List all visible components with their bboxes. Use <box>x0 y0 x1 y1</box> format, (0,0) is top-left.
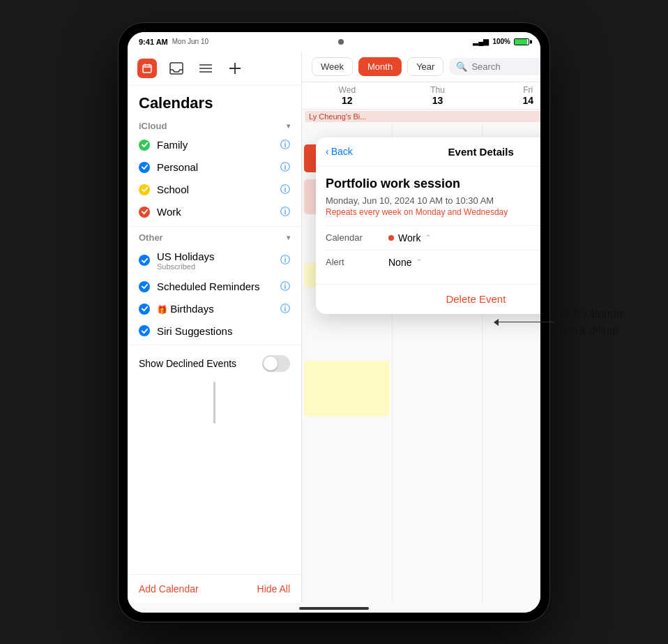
reminders-info-icon[interactable]: ⓘ <box>280 280 290 293</box>
panel-title: Event Details <box>353 146 540 158</box>
other-label: Other <box>139 232 163 243</box>
personal-info-icon[interactable]: ⓘ <box>280 161 290 174</box>
list-icon[interactable] <box>196 59 215 78</box>
icloud-label: iCloud <box>139 121 167 131</box>
delete-event-button[interactable]: Delete Event <box>446 293 506 305</box>
panel-body: Portfolio work session Monday, Jun 10, 2… <box>316 167 540 284</box>
event-time: Monday, Jun 10, 2024 10 AM to 10:30 AM <box>326 195 540 206</box>
alert-detail-row: Alert None ⌃ <box>326 250 540 274</box>
show-declined-label: Show Declined Events <box>139 358 236 369</box>
alert-value: None ⌃ <box>388 257 540 268</box>
calendar-item-school[interactable]: School ⓘ <box>128 179 301 201</box>
work-dot <box>139 207 150 218</box>
calendar-item-us-holidays[interactable]: US Holidays Subscribed ⓘ <box>128 246 301 276</box>
search-icon: 🔍 <box>456 61 467 72</box>
back-label: Back <box>331 146 353 157</box>
add-icon[interactable] <box>225 59 245 78</box>
day-header-row: Wed 12 Thu 13 Fri 14 Sat 15 <box>302 82 540 110</box>
wed-num: 12 <box>302 95 393 106</box>
birthdays-info-icon[interactable]: ⓘ <box>280 303 290 315</box>
sidebar-bottom: Add Calendar Hide All <box>128 574 301 603</box>
siri-dot <box>139 325 150 336</box>
us-holidays-info-icon[interactable]: ⓘ <box>280 254 290 267</box>
calendar-item-personal[interactable]: Personal ⓘ <box>128 156 301 179</box>
fri-label: Fri <box>523 85 533 95</box>
event-title: Portfolio work session <box>326 177 540 191</box>
calendar-detail-row: Calendar Work ⌃ <box>326 225 540 250</box>
us-holidays-dot <box>139 255 150 266</box>
calendar-label: Calendar <box>326 232 388 243</box>
other-chevron: ▾ <box>287 234 290 241</box>
work-info-icon[interactable]: ⓘ <box>280 206 290 218</box>
day-header-wed: Wed 12 <box>302 82 393 109</box>
day-grid: ‹ Back Event Details Edit Portfolio work… <box>302 123 540 603</box>
birthdays-dot <box>139 304 150 315</box>
calendar-nav: Week Month Year 🔍 🎙️ Today <box>302 52 540 82</box>
annotation-text: Pilih kalendar untuk dilihat. <box>559 306 626 339</box>
svg-rect-0 <box>143 65 151 73</box>
calendar-item-family[interactable]: Family ⓘ <box>128 134 301 156</box>
annotation-arrow <box>494 319 499 326</box>
year-tab[interactable]: Year <box>407 57 443 76</box>
ipad-frame: 9:41 AM Mon Jun 10 ▂▄▆ 100% <box>118 22 550 622</box>
school-dot <box>139 184 150 195</box>
family-dot <box>139 140 150 151</box>
home-indicator <box>299 607 369 610</box>
calendar-app-icon[interactable] <box>137 59 157 78</box>
family-info-icon[interactable]: ⓘ <box>280 139 290 151</box>
show-declined-toggle[interactable] <box>262 355 290 372</box>
back-chevron-icon: ‹ <box>326 146 329 157</box>
toggle-knob <box>264 357 278 370</box>
back-button[interactable]: ‹ Back <box>326 146 353 157</box>
thu-label: Thu <box>430 85 445 95</box>
wed-label: Wed <box>339 85 356 95</box>
calendar-item-birthdays[interactable]: 🎁 Birthdays ⓘ <box>128 298 301 320</box>
inbox-icon[interactable] <box>167 59 186 78</box>
search-box[interactable]: 🔍 🎙️ <box>449 58 540 75</box>
calendar-value-text: Work <box>398 232 420 244</box>
date-display: Mon Jun 10 <box>172 38 208 45</box>
camera <box>338 39 344 45</box>
all-day-event[interactable]: Ly Cheung's Bi... <box>305 111 540 122</box>
calendar-item-work[interactable]: Work ⓘ <box>128 201 301 223</box>
status-bar: 9:41 AM Mon Jun 10 ▂▄▆ 100% <box>128 32 540 52</box>
thu-num: 13 <box>393 95 483 106</box>
status-indicators: ▂▄▆ 100% <box>473 38 529 45</box>
calendar-item-scheduled-reminders[interactable]: Scheduled Reminders ⓘ <box>128 276 301 298</box>
other-section-header[interactable]: Other ▾ <box>128 230 301 246</box>
day-header-fri: Fri 14 <box>483 82 540 109</box>
main-content: Calendars iCloud ▾ Family ⓘ <box>128 52 540 603</box>
birthdays-label: 🎁 Birthdays <box>157 303 273 315</box>
fri-num: 14 <box>483 95 540 106</box>
annotation-line <box>498 322 554 323</box>
home-indicator-area <box>128 603 540 613</box>
alert-label: Alert <box>326 257 388 267</box>
battery-label: 100% <box>492 38 510 45</box>
reminders-label: Scheduled Reminders <box>157 280 273 292</box>
sidebar-toolbar <box>128 52 301 86</box>
month-tab[interactable]: Month <box>358 57 402 76</box>
sidebar-title: Calendars <box>128 86 301 118</box>
all-day-row: Ly Cheung's Bi... <box>302 110 540 123</box>
personal-dot <box>139 162 150 173</box>
wifi-icon: ▂▄▆ <box>473 38 489 45</box>
hide-all-button[interactable]: Hide All <box>257 583 290 594</box>
day-header-thu: Thu 13 <box>393 82 483 109</box>
us-holidays-label: US Holidays Subscribed <box>157 250 273 271</box>
search-input[interactable] <box>471 61 540 72</box>
event-details-panel: ‹ Back Event Details Edit Portfolio work… <box>316 137 540 314</box>
icloud-section-header[interactable]: iCloud ▾ <box>128 118 301 134</box>
reminders-dot <box>139 281 150 292</box>
ipad-screen: 9:41 AM Mon Jun 10 ▂▄▆ 100% <box>128 32 540 613</box>
school-info-icon[interactable]: ⓘ <box>280 184 290 196</box>
personal-label: Personal <box>157 161 273 173</box>
event-wed-yellow2[interactable] <box>304 361 390 417</box>
delete-btn-area: Delete Event <box>316 284 540 314</box>
event-repeat: Repeats every week on Monday and Wednesd… <box>326 207 540 217</box>
calendar-value: Work ⌃ <box>388 232 540 244</box>
scroll-indicator <box>213 382 215 424</box>
calendar-item-siri-suggestions[interactable]: Siri Suggestions <box>128 320 301 342</box>
week-tab[interactable]: Week <box>312 57 353 76</box>
add-calendar-button[interactable]: Add Calendar <box>139 583 199 594</box>
family-label: Family <box>157 139 273 151</box>
